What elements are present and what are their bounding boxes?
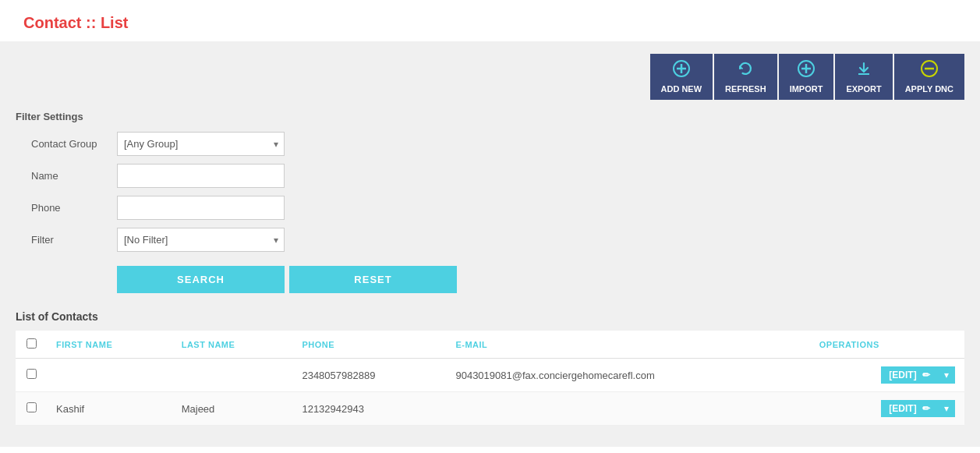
row1-checkbox[interactable]	[27, 369, 37, 379]
row2-edit-button[interactable]: [EDIT] ✏	[881, 400, 938, 417]
add-new-label: ADD NEW	[661, 84, 702, 94]
filter-label: Filter	[16, 234, 117, 246]
phone-row: Phone	[16, 196, 964, 220]
filter-section: Filter Settings Contact Group [Any Group…	[16, 111, 964, 293]
row1-first-name	[47, 359, 172, 392]
list-section: List of Contacts FIRST NAME LAST NAME PH…	[16, 310, 964, 426]
last-name-header: LAST NAME	[172, 331, 293, 359]
filter-row: Filter [No Filter] Filter 1 Filter 2	[16, 228, 964, 252]
phone-control	[117, 196, 285, 220]
row2-checkbox-cell	[16, 392, 47, 426]
email-header: E-MAIL	[446, 331, 809, 359]
row2-dropdown-button[interactable]: ▾	[938, 400, 955, 417]
reset-button[interactable]: RESET	[289, 266, 457, 293]
filter-select-wrapper: [No Filter] Filter 1 Filter 2	[117, 228, 285, 252]
row2-ops: [EDIT] ✏ ▾	[810, 392, 964, 426]
row2-dropdown-icon: ▾	[944, 403, 949, 414]
contacts-table: FIRST NAME LAST NAME PHONE E-MAIL OPERAT…	[16, 331, 964, 426]
row2-email	[446, 392, 809, 426]
refresh-button[interactable]: REFRESH	[714, 54, 777, 100]
refresh-icon	[737, 60, 754, 81]
row1-phone: 2348057982889	[292, 359, 446, 392]
phone-header: PHONE	[292, 331, 446, 359]
checkbox-header	[16, 331, 47, 359]
table-header-row: FIRST NAME LAST NAME PHONE E-MAIL OPERAT…	[16, 331, 964, 359]
filter-title: Filter Settings	[16, 111, 964, 122]
select-all-checkbox[interactable]	[27, 338, 37, 349]
row2-checkbox[interactable]	[27, 402, 37, 412]
table-row: Kashif Majeed 12132942943 [EDIT] ✏	[16, 392, 964, 426]
name-input[interactable]	[117, 164, 285, 188]
import-label: IMPORT	[790, 84, 823, 94]
apply-dnc-label: APPLY DNC	[905, 84, 953, 94]
row2-last-name: Majeed	[172, 392, 293, 426]
row1-last-name	[172, 359, 293, 392]
list-title: List of Contacts	[16, 310, 964, 323]
contact-group-select[interactable]: [Any Group] Group 1 Group 2	[117, 132, 285, 156]
row1-edit-group: [EDIT] ✏ ▾	[881, 366, 955, 384]
refresh-label: REFRESH	[725, 84, 766, 94]
contact-group-row: Contact Group [Any Group] Group 1 Group …	[16, 132, 964, 156]
row2-edit-label: [EDIT]	[889, 403, 916, 414]
row1-edit-button[interactable]: [EDIT] ✏	[881, 366, 938, 384]
row2-first-name: Kashif	[47, 392, 172, 426]
apply-dnc-icon	[921, 60, 938, 81]
row1-pencil-icon: ✏	[922, 370, 930, 380]
first-name-header: FIRST NAME	[47, 331, 172, 359]
filter-buttons: SEARCH RESET	[16, 266, 964, 293]
row1-checkbox-cell	[16, 359, 47, 392]
export-icon	[855, 60, 872, 81]
row1-ops: [EDIT] ✏ ▾	[810, 359, 964, 392]
name-row: Name	[16, 164, 964, 188]
row1-edit-label: [EDIT]	[889, 370, 916, 380]
import-icon	[798, 60, 815, 81]
row2-pencil-icon: ✏	[922, 403, 930, 414]
phone-label: Phone	[16, 202, 117, 214]
row1-dropdown-icon: ▾	[944, 370, 949, 380]
name-label: Name	[16, 170, 117, 182]
search-button[interactable]: SEARCH	[117, 266, 285, 293]
import-button[interactable]: IMPORT	[779, 54, 834, 100]
toolbar: ADD NEW REFRESH IMPORT	[16, 54, 964, 100]
contact-group-wrapper: [Any Group] Group 1 Group 2	[117, 132, 285, 156]
export-button[interactable]: EXPORT	[835, 54, 892, 100]
row2-phone: 12132942943	[292, 392, 446, 426]
add-new-icon	[673, 60, 690, 81]
export-label: EXPORT	[846, 84, 881, 94]
page-title: Contact :: List	[0, 0, 980, 41]
filter-select[interactable]: [No Filter] Filter 1 Filter 2	[117, 228, 285, 252]
contact-group-label: Contact Group	[16, 138, 117, 150]
apply-dnc-button[interactable]: APPLY DNC	[894, 54, 964, 100]
operations-header: OPERATIONS	[810, 331, 964, 359]
table-row: 2348057982889 9043019081@fax.conciergeho…	[16, 359, 964, 392]
add-new-button[interactable]: ADD NEW	[650, 54, 713, 100]
name-control	[117, 164, 285, 188]
row1-email: 9043019081@fax.conciergehomecarefl.com	[446, 359, 809, 392]
phone-input[interactable]	[117, 196, 285, 220]
row1-dropdown-button[interactable]: ▾	[938, 366, 955, 384]
row2-edit-group: [EDIT] ✏ ▾	[881, 400, 955, 417]
